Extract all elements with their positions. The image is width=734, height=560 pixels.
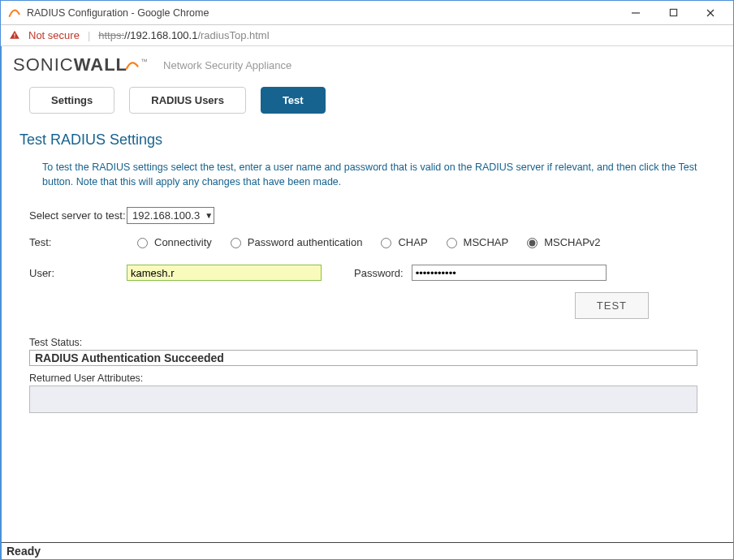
radio-mschap-label: MSCHAP <box>464 236 509 248</box>
brand-tm: ™ <box>140 58 149 66</box>
test-status-value: RADIUS Authentication Succeeded <box>29 350 697 366</box>
row-select-server: Select server to test: 192.168.100.3 ▼ <box>29 207 697 224</box>
url-protocol: https: <box>98 29 124 41</box>
test-button-row: TEST <box>29 292 649 319</box>
footer-status: Ready <box>2 542 733 559</box>
not-secure-label[interactable]: Not secure <box>28 29 80 41</box>
url-host: //192.168.100.1 <box>124 29 197 41</box>
radio-password-auth-input[interactable] <box>231 238 241 248</box>
brand-logo: SONICWALL™ <box>13 54 149 75</box>
server-selected-value: 192.168.100.3 <box>132 209 200 222</box>
radio-chap[interactable]: CHAP <box>377 235 427 248</box>
addr-divider: | <box>88 29 90 41</box>
chevron-down-icon: ▼ <box>205 211 213 220</box>
tab-settings[interactable]: Settings <box>29 87 114 114</box>
radio-password-auth[interactable]: Password authentication <box>227 235 363 248</box>
radio-connectivity-label: Connectivity <box>154 236 212 248</box>
radio-mschap[interactable]: MSCHAP <box>443 235 509 248</box>
radio-password-auth-label: Password authentication <box>248 236 363 248</box>
not-secure-icon <box>9 29 20 42</box>
sonicwall-favicon <box>7 6 20 19</box>
server-label: Select server to test: <box>29 209 127 222</box>
radio-mschap-input[interactable] <box>447 238 457 248</box>
radio-chap-input[interactable] <box>381 238 391 248</box>
server-select[interactable]: 192.168.100.3 ▼ <box>127 207 214 224</box>
brand-subtitle: Network Security Appliance <box>163 59 291 71</box>
tab-radius-users[interactable]: RADIUS Users <box>129 87 246 114</box>
page-instructions: To test the RADIUS settings select the t… <box>42 160 697 189</box>
user-input[interactable] <box>127 265 322 281</box>
radio-connectivity[interactable]: Connectivity <box>133 235 212 248</box>
close-button[interactable] <box>699 5 722 21</box>
tab-bar: Settings RADIUS Users Test <box>29 87 722 114</box>
brand-part2: WALL <box>74 54 139 75</box>
radio-mschapv2-label: MSCHAPv2 <box>544 236 600 248</box>
brand-row: SONICWALL™ Network Security Appliance <box>13 54 722 75</box>
radio-chap-label: CHAP <box>398 236 427 248</box>
returned-attrs-wrap <box>29 386 697 416</box>
returned-attrs-label: Returned User Attributes: <box>29 373 697 384</box>
svg-rect-5 <box>14 37 15 37</box>
row-test-type: Test: Connectivity Password authenticati… <box>29 235 697 248</box>
address-bar: Not secure | https://192.168.100.1/radiu… <box>1 25 733 46</box>
page-content: SONICWALL™ Network Security Appliance Se… <box>0 46 733 559</box>
url-display[interactable]: https://192.168.100.1/radiusTop.html <box>98 29 269 41</box>
test-type-radio-group: Connectivity Password authentication CHA… <box>133 235 601 248</box>
test-button[interactable]: TEST <box>575 292 649 319</box>
form-area: Select server to test: 192.168.100.3 ▼ T… <box>29 207 697 416</box>
returned-attrs-box[interactable] <box>29 386 697 413</box>
radio-mschapv2[interactable]: MSCHAPv2 <box>523 235 600 248</box>
test-status-label: Test Status: <box>29 337 697 348</box>
window-title: RADIUS Configuration - Google Chrome <box>27 7 624 19</box>
password-input[interactable] <box>412 265 607 281</box>
app-window: RADIUS Configuration - Google Chrome Not… <box>0 0 734 560</box>
window-controls <box>624 5 727 21</box>
minimize-button[interactable] <box>624 5 647 21</box>
radio-connectivity-input[interactable] <box>137 238 148 248</box>
page-title: Test RADIUS Settings <box>19 131 722 149</box>
user-label: User: <box>29 267 127 279</box>
row-credentials: User: Password: <box>29 265 697 281</box>
window-titlebar: RADIUS Configuration - Google Chrome <box>1 1 733 25</box>
svg-rect-1 <box>670 9 676 15</box>
url-path: /radiusTop.html <box>197 29 269 41</box>
svg-rect-4 <box>14 33 15 36</box>
radio-mschapv2-input[interactable] <box>527 238 538 248</box>
password-label: Password: <box>354 267 404 279</box>
tab-test[interactable]: Test <box>261 87 326 114</box>
maximize-button[interactable] <box>662 5 684 21</box>
test-label: Test: <box>29 236 127 248</box>
brand-part1: SONIC <box>13 54 74 75</box>
